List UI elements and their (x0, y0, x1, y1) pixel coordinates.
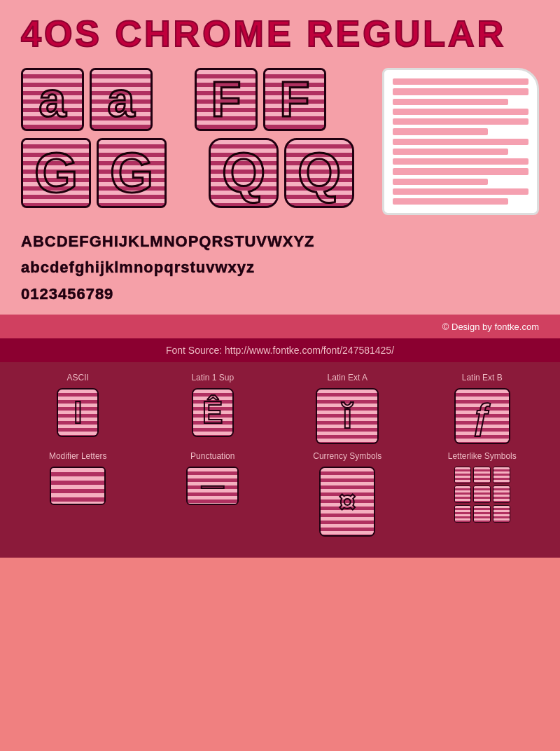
letterlike-label: Letterlike Symbols (448, 451, 517, 461)
source-section: Font Source: http://www.fontke.com/font/… (0, 338, 560, 362)
modifier-label: Modifier Letters (49, 451, 107, 461)
ll-cell-5 (473, 485, 491, 503)
latinextb-label: Latin Ext B (462, 373, 503, 383)
letter-q-1: Q (209, 138, 279, 208)
modifier-char-box (50, 467, 106, 505)
category-latinextb: Latin Ext B ƒ (419, 373, 547, 444)
bottom-section: ASCII I Latin 1 Sup Ê Latin Ext A ĭ Lati… (0, 362, 560, 558)
doc-line-8 (393, 149, 508, 155)
latinexta-char-box: ĭ (316, 388, 379, 444)
doc-line-12 (393, 188, 528, 195)
currency-char-box: ¤ (319, 467, 375, 537)
letterlike-char-box (454, 467, 510, 523)
ascii-char-box: I (57, 388, 99, 437)
doc-line-10 (393, 168, 528, 174)
doc-line-11 (393, 179, 488, 185)
doc-line-6 (393, 128, 488, 135)
ll-cell-2 (473, 467, 491, 484)
credit-text: © Design by fontke.com (442, 322, 539, 332)
currency-label: Currency Symbols (313, 451, 382, 461)
top-section: 4OS CHROME REGULAR a a F (0, 0, 560, 315)
category-punctuation: Punctuation — (149, 451, 277, 537)
ll-cell-7 (454, 505, 472, 523)
credit-section: © Design by fontke.com (0, 315, 560, 338)
letter-f-upper-2: F (263, 68, 326, 131)
category-latinexta: Latin Ext A ĭ (284, 373, 412, 444)
doc-line-7 (393, 139, 528, 145)
aa-group: a a (21, 68, 153, 131)
char-grid-row2: Modifier Letters Punctuation — Currency … (14, 451, 546, 537)
punctuation-char-box: — (186, 467, 239, 505)
gg-group: G G (21, 138, 167, 208)
letter-row-1: a a F F (21, 68, 354, 131)
category-ascii: ASCII I (14, 373, 142, 444)
punctuation-label: Punctuation (190, 451, 234, 461)
doc-line-4 (393, 109, 528, 115)
latin1sup-label: Latin 1 Sup (191, 373, 234, 383)
preview-grid: a a F F (21, 68, 539, 215)
letter-q-2: Q (284, 138, 354, 208)
letter-g-1: G (21, 138, 91, 208)
ll-cell-4 (454, 485, 472, 503)
category-latin1sup: Latin 1 Sup Ê (149, 373, 277, 444)
ll-cell-6 (493, 485, 510, 503)
ll-cell-1 (454, 467, 472, 484)
letter-row-2: G G Q Q (21, 138, 354, 208)
letter-f-upper-1: F (195, 68, 258, 131)
doc-line-1 (393, 78, 528, 85)
doc-line-5 (393, 118, 528, 125)
category-letterlike: Letterlike Symbols (419, 451, 547, 537)
letter-a-lower-2: a (90, 68, 153, 131)
letter-g-2: G (97, 138, 167, 208)
ascii-label: ASCII (67, 373, 89, 383)
doc-line-2 (393, 88, 528, 95)
char-grid-row1: ASCII I Latin 1 Sup Ê Latin Ext A ĭ Lati… (14, 373, 546, 444)
alphabet-uppercase: ABCDEFGHIJKLMNOPQRSTUVWXYZ (21, 229, 539, 254)
latinexta-label: Latin Ext A (328, 373, 368, 383)
ff-group: F F (195, 68, 326, 131)
document-preview (382, 68, 539, 215)
latin1sup-char-box: Ê (192, 388, 234, 437)
alphabet-numbers: 0123456789 (21, 282, 539, 306)
latinextb-char-box: ƒ (454, 388, 510, 444)
preview-letters: a a F F (21, 68, 354, 208)
category-currency: Currency Symbols ¤ (284, 451, 412, 537)
alphabet-display: ABCDEFGHIJKLMNOPQRSTUVWXYZ abcdefghijklm… (21, 229, 539, 306)
doc-line-3 (393, 99, 508, 105)
doc-line-13 (393, 198, 508, 205)
doc-line-9 (393, 158, 528, 165)
alphabet-lowercase: abcdefghijklmnopqrstuvwxyz (21, 255, 539, 280)
category-modifier: Modifier Letters (14, 451, 142, 537)
font-title: 4OS CHROME REGULAR (21, 14, 539, 54)
letter-a-lower-1: a (21, 68, 84, 131)
source-text: Font Source: http://www.fontke.com/font/… (166, 345, 394, 356)
ll-cell-8 (473, 505, 491, 523)
qq-group: Q Q (209, 138, 354, 208)
ll-cell-9 (493, 505, 510, 523)
ll-cell-3 (493, 467, 510, 484)
